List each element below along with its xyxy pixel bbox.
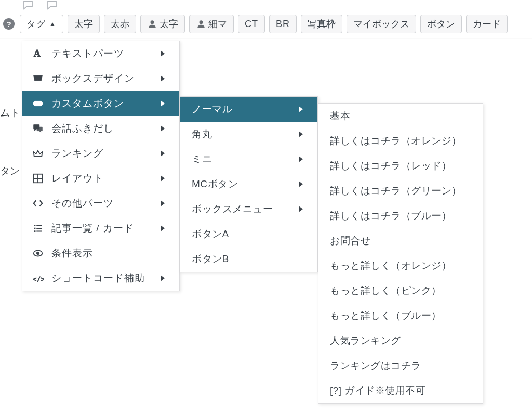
chevron-right-icon xyxy=(161,50,165,57)
chevron-right-icon xyxy=(299,206,303,212)
menu2-item-4[interactable]: ボックスメニュー xyxy=(180,197,317,222)
menu3-item-label: 詳しくはコチラ（レッド） xyxy=(330,159,468,173)
menu2-item-label: MCボタン xyxy=(192,177,289,191)
menu1-item-0[interactable]: テキストパーツ xyxy=(22,41,179,66)
menu2-item-label: ボックスメニュー xyxy=(192,202,289,216)
menu3-item-11[interactable]: [?] ガイド※使用不可 xyxy=(318,378,483,403)
menu2-item-label: ボタンB xyxy=(192,252,303,266)
menu2-item-6[interactable]: ボタンB xyxy=(180,247,317,272)
toolbar-mybox-button[interactable]: マイボックス xyxy=(347,15,416,33)
menu2-item-1[interactable]: 角丸 xyxy=(180,122,317,147)
tag-dropdown-button[interactable]: タグ ▲ xyxy=(20,15,63,33)
menu3-item-label: もっと詳しく（ピンク） xyxy=(330,284,468,298)
menu3-item-4[interactable]: 詳しくはコチラ（ブルー） xyxy=(318,203,483,228)
toolbar-ct-button[interactable]: CT xyxy=(238,15,265,33)
menu3-item-6[interactable]: もっと詳しく（オレンジ） xyxy=(318,253,483,278)
toolbar-button-button[interactable]: ボタン xyxy=(420,15,462,33)
background-text-fragment: タン xyxy=(0,164,20,178)
menu1-item-9[interactable]: ショートコード補助 xyxy=(22,266,179,291)
menu1-item-3[interactable]: 会話ふきだし xyxy=(22,116,179,141)
toolbar-bold-button[interactable]: 太字 xyxy=(68,15,100,33)
menu1-item-label: 条件表示 xyxy=(51,247,165,260)
chevron-right-icon xyxy=(161,225,165,231)
menu1-item-label: ボックスデザイン xyxy=(51,72,151,85)
menu2-item-label: ミニ xyxy=(192,152,289,166)
menu2-item-3[interactable]: MCボタン xyxy=(180,172,317,197)
toolbar-person-bold-button[interactable]: 太字 xyxy=(140,15,185,33)
eye-icon xyxy=(32,247,44,260)
menu3-item-label: 詳しくはコチラ（グリーン） xyxy=(330,184,468,198)
menu2-item-0[interactable]: ノーマル xyxy=(180,97,317,122)
code-icon xyxy=(32,197,44,210)
menu1-item-label: その他パーツ xyxy=(51,197,151,210)
menu1-item-4[interactable]: ランキング xyxy=(22,141,179,166)
menu3-item-1[interactable]: 詳しくはコチラ（オレンジ） xyxy=(318,128,483,153)
grid-icon xyxy=(32,172,44,185)
menu3-item-label: 詳しくはコチラ（ブルー） xyxy=(330,209,468,223)
menu3-item-9[interactable]: 人気ランキング xyxy=(318,328,483,353)
help-icon[interactable]: ? xyxy=(3,18,15,30)
chevron-right-icon xyxy=(161,200,165,206)
menu3-item-label: [?] ガイド※使用不可 xyxy=(330,384,468,397)
menu2-item-label: 角丸 xyxy=(192,127,289,141)
chevron-right-icon xyxy=(299,106,303,112)
toolbar-bold-red-button[interactable]: 太赤 xyxy=(104,15,136,33)
triangle-up-icon: ▲ xyxy=(49,21,57,27)
chevron-right-icon xyxy=(161,125,165,132)
menu3-item-label: ランキングはコチラ xyxy=(330,359,468,372)
toolbar-photo-frame-button[interactable]: 写真枠 xyxy=(301,15,342,33)
tag-dropdown-menu: テキストパーツボックスデザインカスタムボタン会話ふきだしランキングレイアウトその… xyxy=(22,41,180,291)
menu3-item-label: もっと詳しく（オレンジ） xyxy=(330,259,468,273)
codetag-icon xyxy=(32,272,44,285)
menu3-item-0[interactable]: 基本 xyxy=(318,104,483,128)
menu1-item-label: テキストパーツ xyxy=(51,47,151,60)
menu2-item-label: ノーマル xyxy=(192,102,289,116)
menu2-item-5[interactable]: ボタンA xyxy=(180,222,317,247)
menu1-item-5[interactable]: レイアウト xyxy=(22,166,179,191)
crown-icon xyxy=(32,147,44,160)
menu3-item-10[interactable]: ランキングはコチラ xyxy=(318,353,483,378)
menu1-item-6[interactable]: その他パーツ xyxy=(22,191,179,216)
menu3-item-label: もっと詳しく（ブルー） xyxy=(330,309,468,322)
menu3-item-3[interactable]: 詳しくはコチラ（グリーン） xyxy=(318,178,483,203)
svg-point-1 xyxy=(199,20,203,24)
menu1-item-label: ランキング xyxy=(51,147,151,160)
background-text-fragment: ムト xyxy=(0,106,20,120)
menu1-item-8[interactable]: 条件表示 xyxy=(22,241,179,266)
menu3-item-8[interactable]: もっと詳しく（ブルー） xyxy=(318,303,483,328)
menu3-item-label: 人気ランキング xyxy=(330,334,468,347)
toolbar-br-button[interactable]: BR xyxy=(269,15,297,33)
toolbar-card-button[interactable]: カード xyxy=(466,15,508,33)
menu1-item-2[interactable]: カスタムボタン xyxy=(22,91,179,116)
chat-icon[interactable] xyxy=(22,0,34,8)
editor-toolbar: ? タグ ▲ 太字 太赤 太字 細マ CT BR 写真枠 マイボックス ボタン … xyxy=(0,9,532,39)
chevron-right-icon xyxy=(161,275,165,281)
custom-button-submenu: ノーマル角丸ミニMCボタンボックスメニューボタンAボタンB xyxy=(180,96,318,272)
list-icon xyxy=(32,222,44,235)
chevron-right-icon xyxy=(299,181,303,187)
menu1-item-label: カスタムボタン xyxy=(51,97,151,110)
menu1-item-label: レイアウト xyxy=(51,172,151,185)
font-a-icon xyxy=(32,47,44,60)
menu3-item-label: お問合せ xyxy=(330,234,468,248)
menu1-item-1[interactable]: ボックスデザイン xyxy=(22,66,179,91)
toolbar-person-thin-button[interactable]: 細マ xyxy=(189,15,234,33)
normal-button-submenu: 基本詳しくはコチラ（オレンジ）詳しくはコチラ（レッド）詳しくはコチラ（グリーン）… xyxy=(318,103,483,404)
svg-point-0 xyxy=(150,20,154,24)
menu3-item-7[interactable]: もっと詳しく（ピンク） xyxy=(318,278,483,303)
chevron-right-icon xyxy=(161,150,165,157)
toggle-icon xyxy=(32,97,44,110)
menu1-item-label: ショートコード補助 xyxy=(51,272,151,285)
menu3-item-label: 詳しくはコチラ（オレンジ） xyxy=(330,134,468,148)
chevron-right-icon xyxy=(161,75,165,82)
person-icon xyxy=(196,19,206,29)
menu3-item-5[interactable]: お問合せ xyxy=(318,228,483,253)
menu2-item-label: ボタンA xyxy=(192,227,303,241)
chevron-right-icon xyxy=(161,175,165,182)
chevron-right-icon xyxy=(299,156,303,162)
menu1-item-7[interactable]: 記事一覧 / カード xyxy=(22,216,179,241)
menu3-item-2[interactable]: 詳しくはコチラ（レッド） xyxy=(318,153,483,178)
menu1-item-label: 会話ふきだし xyxy=(51,122,151,135)
chat-icon[interactable] xyxy=(46,0,58,8)
menu2-item-2[interactable]: ミニ xyxy=(180,147,317,172)
